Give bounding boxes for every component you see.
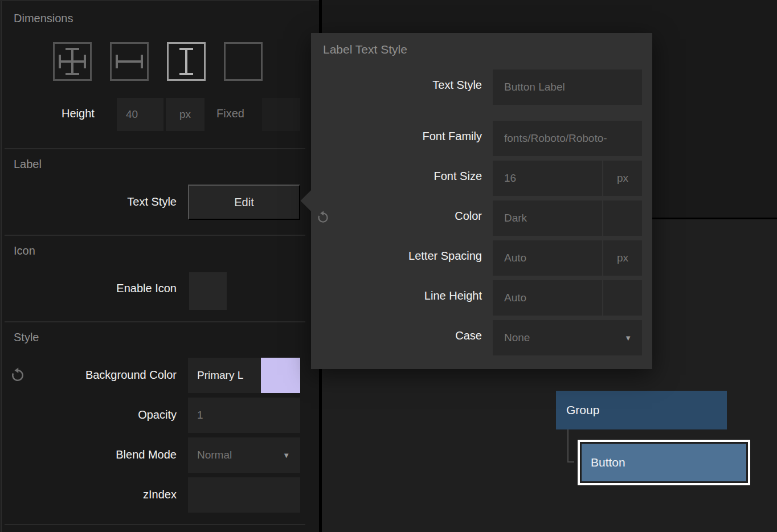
canvas-button-node[interactable]: Button [582,444,746,481]
popup-color-swatch-slot[interactable] [603,200,642,236]
tree-connector-line [567,429,569,463]
popup-color-input[interactable]: Dark [493,200,602,236]
popup-font-family-input[interactable]: fonts/Roboto/Roboto- [493,121,642,156]
chevron-down-icon: ▼ [283,451,290,460]
enable-icon-checkbox[interactable] [189,272,227,310]
label-text-style-popup: Label Text Style Text Style Button Label… [311,33,652,369]
popup-title: Label Text Style [323,43,407,56]
blend-mode-label: Blend Mode [63,448,177,461]
enable-icon-label: Enable Icon [63,282,177,295]
popup-text-style-input[interactable]: Button Label [493,69,642,105]
background-color-swatch[interactable] [261,358,300,393]
chevron-down-icon: ▼ [624,334,632,342]
fixed-label: Fixed [216,107,244,120]
popup-case-value: None [504,332,530,344]
background-color-label: Background Color [34,369,177,382]
popup-letter-spacing-label: Letter Spacing [311,249,482,263]
opacity-label: Opacity [63,408,177,421]
app-window: Dimensions [0,0,777,532]
section-title-dimensions: Dimensions [14,12,73,25]
blend-mode-select[interactable]: Normal ▼ [188,437,300,473]
zindex-label: zIndex [63,488,177,501]
section-divider [5,321,305,322]
background-color-value[interactable]: Primary L [188,358,261,393]
popup-line-height-label: Line Height [311,289,482,302]
height-label: Height [62,107,95,120]
popup-font-size-input[interactable]: 16 [493,161,602,196]
text-style-label: Text Style [63,195,177,208]
popup-font-size-unit-button[interactable]: px [603,161,642,196]
blend-mode-value: Normal [197,449,232,461]
opacity-input[interactable]: 1 [188,398,300,433]
section-title-style: Style [14,331,39,344]
popup-line-height-unit-button[interactable] [603,280,642,316]
fixed-checkbox[interactable] [262,98,300,131]
size-mode-hug-button[interactable] [224,42,263,81]
popup-case-select[interactable]: None ▼ [493,320,642,355]
section-title-label: Label [14,158,42,171]
text-style-edit-button[interactable]: Edit [188,185,300,220]
size-mode-fill-width-button[interactable] [110,42,149,81]
section-divider [5,148,305,149]
canvas-group-node[interactable]: Group [556,391,727,429]
height-unit-button[interactable]: px [166,98,205,131]
section-divider [5,235,305,236]
popup-font-family-label: Font Family [311,130,482,143]
height-input[interactable]: 40 [117,98,163,131]
size-mode-fill-both-button[interactable] [53,42,92,81]
group-node-label: Group [566,403,599,417]
popup-font-size-label: Font Size [311,170,482,183]
popup-letter-spacing-unit-button[interactable]: px [603,240,642,276]
canvas-button-node-selection[interactable]: Button [578,440,750,485]
section-title-icon: Icon [14,244,35,257]
section-divider [5,524,305,525]
popup-line-height-input[interactable]: Auto [493,280,602,316]
zindex-input[interactable] [188,477,300,513]
popup-color-label: Color [311,210,482,223]
popup-case-label: Case [311,329,482,342]
size-mode-fixed-height-button[interactable] [167,42,206,81]
button-node-label: Button [591,456,625,469]
reset-icon[interactable] [9,367,26,384]
properties-panel: Dimensions [0,0,319,532]
tree-connector-line [567,461,574,463]
popup-letter-spacing-input[interactable]: Auto [493,240,602,276]
popup-text-style-label: Text Style [311,79,482,92]
